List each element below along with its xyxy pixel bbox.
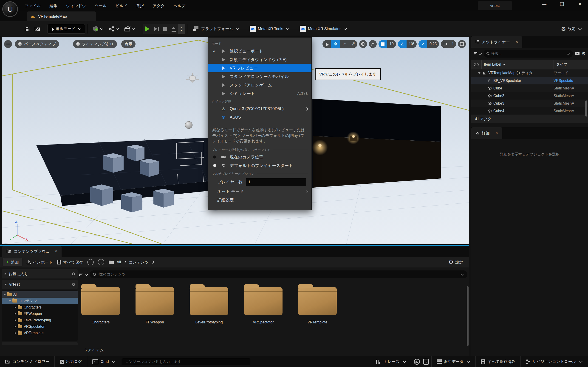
save-all-button[interactable]: すべて保存 bbox=[57, 260, 83, 265]
column-type[interactable]: タイプ bbox=[553, 60, 588, 69]
outliner-search-box[interactable] bbox=[484, 50, 573, 58]
expand-arrow-icon[interactable] bbox=[478, 72, 481, 74]
rotation-snap-value[interactable]: 10° bbox=[406, 40, 417, 48]
eye-column-icon[interactable] bbox=[474, 63, 479, 66]
menu-actor[interactable]: アクタ bbox=[153, 3, 165, 8]
project-section[interactable]: vrtest bbox=[2, 280, 78, 289]
menu-window[interactable]: ウィンドウ bbox=[66, 3, 86, 8]
translate-tool-button[interactable]: ✥ bbox=[331, 40, 340, 48]
filter-icon[interactable] bbox=[474, 52, 477, 55]
outliner-search-input[interactable] bbox=[491, 51, 564, 56]
menu-item-advanced-settings[interactable]: 詳細設定... bbox=[208, 196, 311, 204]
viewport-options-button[interactable] bbox=[4, 40, 12, 48]
tree-item-content[interactable]: コンテンツ bbox=[2, 298, 78, 304]
outliner-row-cube2[interactable]: Cube2 StaticMeshA bbox=[471, 92, 588, 100]
folder-tile-characters[interactable]: Characters bbox=[79, 284, 122, 324]
cinematics-icon[interactable] bbox=[122, 24, 138, 34]
tab-outliner[interactable]: アウトライナー ✕ bbox=[471, 36, 522, 48]
tree-item-vrtemplate[interactable]: VRTemplate bbox=[2, 330, 78, 336]
outliner-scrollbar[interactable] bbox=[585, 100, 587, 117]
folder-tile-fpweapon[interactable]: FPWeapon bbox=[133, 284, 176, 324]
asset-search-input[interactable] bbox=[98, 272, 458, 277]
menu-item-selected-viewport[interactable]: ✓ 選択ビューポート bbox=[208, 47, 311, 55]
chevron-down-icon[interactable] bbox=[567, 52, 570, 55]
menu-file[interactable]: ファイル bbox=[25, 3, 41, 8]
content-browser-settings[interactable]: ⚙ 設定 bbox=[448, 257, 463, 267]
eject-button[interactable] bbox=[169, 24, 178, 34]
menu-item-standalone-mobile[interactable]: スタンドアロンゲームモバイル bbox=[208, 72, 311, 81]
revision-control-button[interactable]: リビジョンコントロール bbox=[521, 356, 588, 367]
frame-skip-button[interactable] bbox=[152, 24, 161, 34]
output-log-button[interactable]: 出力ログ bbox=[55, 356, 87, 367]
favorites-section[interactable]: お気に入り bbox=[2, 269, 78, 278]
rotation-snap-toggle[interactable]: ∠ bbox=[398, 40, 406, 48]
folder-tile-levelprototyping[interactable]: LevelPrototyping bbox=[188, 284, 230, 324]
tab-details[interactable]: 詳細 ✕ bbox=[471, 127, 502, 139]
outliner-row-cube3[interactable]: Cube3 StaticMeshA bbox=[471, 100, 588, 107]
tree-item-all[interactable]: All bbox=[2, 291, 78, 298]
menu-item-net-mode[interactable]: ネット モード bbox=[208, 187, 311, 196]
filter-icon[interactable] bbox=[79, 273, 83, 276]
menu-tools[interactable]: ツール bbox=[95, 3, 107, 8]
play-options-dropdown[interactable]: ⋮ bbox=[178, 24, 185, 34]
back-button[interactable]: ← bbox=[87, 259, 94, 265]
search-icon[interactable] bbox=[72, 273, 75, 275]
select-tool-button[interactable] bbox=[322, 40, 331, 48]
camera-speed-value[interactable]: 1 bbox=[450, 40, 456, 48]
tree-item-vrspectator[interactable]: VRSpectator bbox=[2, 323, 78, 330]
menu-item-standalone-game[interactable]: スタンドアロンゲーム bbox=[208, 81, 311, 89]
column-item-label[interactable]: Item Label bbox=[481, 60, 553, 69]
menu-edit[interactable]: 編集 bbox=[50, 3, 57, 8]
save-current-level-icon[interactable] bbox=[22, 24, 32, 34]
chevron-down-icon[interactable] bbox=[460, 273, 464, 276]
menu-help[interactable]: ヘルプ bbox=[173, 3, 185, 8]
menu-item-new-editor-window[interactable]: 新規エディタウィンドウ (PIE) bbox=[208, 55, 311, 64]
trace-button[interactable]: トレース bbox=[371, 356, 411, 367]
close-button[interactable]: ✕ bbox=[576, 1, 584, 7]
forward-button[interactable]: → bbox=[98, 259, 104, 265]
menu-item-vr-preview[interactable]: VR プレビュー bbox=[208, 64, 311, 72]
outliner-row-bp-vrspectator[interactable]: BP_VRSpectator VRSpectato bbox=[471, 77, 588, 84]
restore-button[interactable]: ❐ bbox=[558, 1, 566, 7]
surface-snapping-button[interactable] bbox=[369, 40, 377, 48]
chevron-down-icon[interactable] bbox=[112, 360, 115, 363]
outliner-row-cube[interactable]: Cube StaticMeshA bbox=[471, 84, 588, 92]
menu-build[interactable]: ビルド bbox=[115, 3, 127, 8]
scale-snap-toggle[interactable]: ↗ bbox=[418, 40, 427, 48]
menu-item-quest3[interactable]: ⚠ Quest 3 (2G0YC1ZF8T0D5L) bbox=[208, 105, 311, 113]
asset-search-box[interactable] bbox=[90, 270, 467, 278]
show-flags-button[interactable]: 表示 bbox=[121, 40, 136, 48]
snapshot-icon[interactable] bbox=[423, 359, 429, 365]
add-actor-icon[interactable] bbox=[90, 24, 106, 34]
unreal-logo-icon[interactable]: U bbox=[2, 1, 18, 17]
play-button[interactable] bbox=[143, 24, 152, 34]
console-input-box[interactable] bbox=[122, 358, 250, 365]
menu-item-default-player-start[interactable]: デフォルトのプレイヤースタート bbox=[208, 161, 311, 170]
maximize-viewport-button[interactable] bbox=[458, 40, 466, 48]
console-input[interactable] bbox=[125, 359, 247, 364]
scale-snap-value[interactable]: 0.25 bbox=[427, 40, 439, 48]
scale-tool-button[interactable]: ⤢ bbox=[349, 40, 357, 48]
select-mode-dropdown[interactable]: 選択モード bbox=[48, 24, 85, 34]
add-folder-icon[interactable] bbox=[575, 51, 580, 56]
rotate-tool-button[interactable]: ⟳ bbox=[340, 40, 349, 48]
close-tab-icon[interactable]: ✕ bbox=[54, 249, 57, 253]
all-saved-button[interactable]: すべて保存済み bbox=[476, 356, 520, 367]
search-icon[interactable] bbox=[72, 283, 75, 286]
tab-content-browser[interactable]: コンテンツブラウ... ✕ bbox=[2, 246, 61, 257]
meta-xr-tools-dropdown[interactable]: ∞ Meta XR Tools bbox=[247, 26, 292, 32]
view-mode-lit-button[interactable]: ライティングあり bbox=[73, 40, 117, 48]
menu-item-simulate[interactable]: シミュレート ALT+S bbox=[208, 89, 311, 98]
content-drawer-button[interactable]: コンテンツ ドロワー bbox=[0, 356, 54, 367]
chevron-down-icon[interactable] bbox=[85, 273, 88, 276]
grid-snap-toggle[interactable] bbox=[379, 40, 387, 48]
derived-data-button[interactable]: 派生データ bbox=[432, 356, 476, 367]
menu-item-asus[interactable]: ASUS bbox=[208, 113, 311, 122]
import-button[interactable]: インポート bbox=[26, 260, 53, 265]
outliner-row-world[interactable]: VRTemplateMap (エディタ ワールド bbox=[471, 69, 588, 77]
folder-tile-vrspectator[interactable]: VRSpectator bbox=[242, 284, 285, 324]
profiler-icon[interactable] bbox=[414, 359, 420, 365]
chevron-down-icon[interactable] bbox=[479, 52, 482, 55]
outliner-row-cube4[interactable]: Cube4 StaticMeshA bbox=[471, 107, 588, 115]
close-tab-icon[interactable]: ✕ bbox=[495, 131, 498, 135]
